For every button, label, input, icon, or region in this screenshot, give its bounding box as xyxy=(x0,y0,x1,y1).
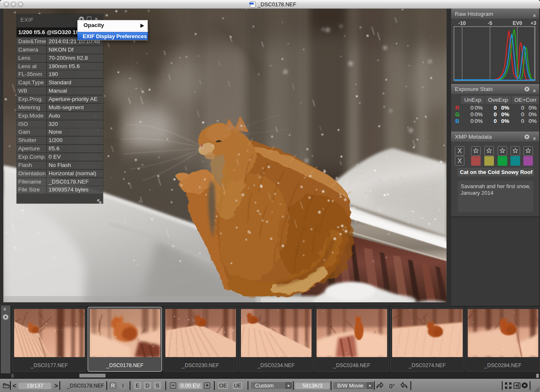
svg-text:-5: -5 xyxy=(488,20,492,26)
svg-text:EV0: EV0 xyxy=(513,20,522,26)
svg-text:+3: +3 xyxy=(530,20,536,26)
svg-text:-10: -10 xyxy=(459,20,466,26)
